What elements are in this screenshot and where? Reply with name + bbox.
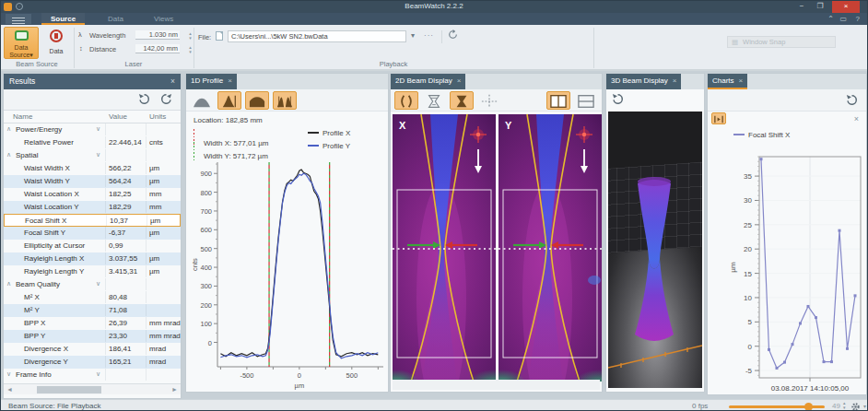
gaussian-profile-icon[interactable] — [190, 91, 214, 110]
collapse-ribbon-icon[interactable]: ⌃ — [827, 15, 834, 23]
distance-field[interactable]: 142,00 mm — [135, 44, 180, 53]
data-pause-button[interactable]: Data — [42, 27, 70, 59]
results-row[interactable]: Rayleigh Length Y3.415,31µm — [4, 265, 181, 278]
hamburger-menu-icon[interactable] — [6, 14, 31, 24]
results-row[interactable]: Divergence Y165,21mrad — [4, 356, 181, 369]
group-dropdown-icon[interactable]: ∨ — [96, 125, 100, 133]
tab-data[interactable]: Data — [99, 13, 133, 25]
tab-close-icon[interactable]: × — [739, 76, 744, 85]
results-group-row[interactable]: ∧∨Beam Quality — [4, 278, 181, 291]
row-units: µm — [149, 229, 159, 237]
results-row[interactable]: Waist Location X182,25mm — [4, 188, 181, 201]
scroll-left-icon[interactable]: ◄ — [6, 386, 13, 393]
twin-peak-profile-icon[interactable] — [273, 91, 297, 110]
stacked-layout-icon[interactable] — [574, 91, 598, 110]
scroll-right-icon[interactable]: ► — [171, 386, 178, 393]
close-button[interactable]: × — [832, 1, 860, 13]
group-dropdown-icon[interactable]: ∨ — [96, 151, 100, 159]
data-source-label: Data Source▾ — [5, 44, 38, 59]
beam-view-y[interactable]: Y — [499, 114, 602, 382]
results-group-row[interactable]: ∧∨Spatial — [4, 149, 181, 162]
hourglass-outline-icon[interactable] — [422, 91, 446, 110]
tab-close-icon[interactable]: × — [457, 76, 462, 85]
group-dropdown-icon[interactable]: ∨ — [96, 280, 100, 288]
row-value: 3.415,31 — [109, 267, 137, 276]
slider-handle[interactable] — [804, 403, 813, 411]
results-row[interactable]: Focal Shift X10,37µm — [4, 214, 181, 227]
results-row[interactable]: BPP X26,39mm mrad — [4, 317, 181, 330]
side-by-side-layout-icon[interactable] — [546, 91, 570, 110]
results-row[interactable]: Waist Width X566,22µm — [4, 162, 181, 175]
tab-close-icon[interactable]: × — [673, 76, 677, 85]
settings-caret-icon[interactable]: ▾ — [863, 403, 866, 409]
group-separator — [593, 28, 594, 68]
results-row[interactable]: Waist Width Y564,24µm — [4, 175, 181, 188]
restore-button[interactable]: ❐ — [812, 1, 828, 13]
tab-3d-beam-display[interactable]: 3D Beam Display× — [606, 74, 681, 89]
reset-chart-icon[interactable] — [845, 93, 859, 107]
peak-profile-icon[interactable] — [217, 91, 241, 110]
results-row[interactable]: M² Y71,08 — [4, 304, 181, 317]
row-units: mm mrad — [149, 332, 181, 340]
tab-1d-profile[interactable]: 1D Profile× — [186, 74, 237, 89]
distance-row: ↕ Distance 142,00 mm ▴▾ — [78, 43, 193, 55]
row-value: -6,37 — [109, 229, 125, 237]
gear-icon[interactable] — [850, 402, 861, 411]
expander-icon[interactable]: ∧ — [6, 125, 11, 133]
window-snap-box[interactable]: ▦Window Snap — [727, 36, 836, 48]
beam-view-x[interactable]: X — [393, 114, 496, 382]
tab-close-icon[interactable]: × — [228, 76, 232, 85]
tab-2d-beam-display[interactable]: 2D Beam Display× — [391, 74, 465, 89]
file-path-field[interactable]: C:\Users\ni...\5kW SN2.bwData — [228, 30, 406, 42]
data-source-button[interactable]: Data Source▾ — [4, 27, 39, 59]
statusbar: Beam Source: File Playback 0 fps 49 ▴▾ ▾ — [1, 399, 867, 411]
chart-close-icon[interactable]: × — [854, 114, 859, 123]
reload-file-icon[interactable] — [448, 29, 458, 40]
tab-source[interactable]: Source — [41, 13, 85, 25]
playback-slider[interactable] — [729, 405, 825, 408]
minimize-button[interactable]: − — [793, 1, 810, 13]
results-row[interactable]: BPP Y23,30mm mrad — [4, 330, 181, 343]
results-row[interactable]: Relative Power22.446,14cnts — [4, 136, 181, 149]
playback-group-label: Playback — [194, 60, 592, 70]
expander-icon[interactable]: ∨ — [6, 370, 11, 378]
results-group-row[interactable]: ∧∨Power/Energy — [4, 123, 181, 136]
results-row[interactable]: Rayleigh Length X3.037,55µm — [4, 252, 181, 265]
row-value: 564,24 — [109, 177, 131, 185]
results-group-row[interactable]: ∨∨Frame Info — [4, 369, 181, 382]
col-units[interactable]: Units — [149, 112, 166, 121]
frame-stepper[interactable]: ▴▾ — [843, 401, 846, 410]
undo-arrow-icon[interactable] — [137, 92, 151, 106]
dashed-crosshair-icon[interactable] — [477, 91, 501, 110]
col-value[interactable]: Value — [109, 112, 127, 121]
beam-3d-scene[interactable] — [608, 112, 702, 388]
results-row[interactable]: Focal Shift Y-6,37µm — [4, 227, 181, 240]
results-row[interactable]: Ellipticity at Cursor0,99 — [4, 240, 181, 252]
svg-text:µm: µm — [729, 262, 737, 273]
wavelength-field[interactable]: 1.030 nm — [135, 30, 180, 40]
browse-ellipsis-icon[interactable]: ··· — [424, 31, 434, 40]
expander-icon[interactable]: ∧ — [6, 280, 11, 288]
window-layout-icon[interactable]: ▭ — [839, 15, 847, 23]
results-row[interactable]: Divergence X186,41mrad — [4, 343, 181, 356]
help-icon[interactable]: ? — [856, 15, 860, 23]
results-hscrollbar[interactable]: ◄ ► — [4, 383, 181, 394]
expander-icon[interactable]: ∧ — [6, 151, 11, 159]
caustic-lines-icon[interactable] — [394, 91, 418, 110]
hourglass-solid-icon[interactable] — [450, 91, 474, 110]
reset-view-icon[interactable] — [611, 92, 625, 106]
results-row[interactable]: M² X80,48 — [4, 291, 181, 304]
tab-views[interactable]: Views — [145, 13, 182, 25]
scroll-thumb[interactable] — [37, 386, 101, 393]
col-name[interactable]: Name — [13, 112, 32, 121]
results-row[interactable]: Waist Location Y182,29mm — [4, 201, 181, 214]
file-dropdown-icon[interactable]: ▾ — [411, 31, 415, 40]
redo-arrow-icon[interactable] — [159, 92, 173, 106]
flattop-profile-icon[interactable] — [245, 91, 269, 110]
fit-width-icon[interactable] — [711, 112, 726, 124]
results-close-icon[interactable]: × — [170, 74, 175, 88]
row-value: 26,39 — [109, 319, 127, 327]
tab-charts[interactable]: Charts× — [708, 74, 747, 89]
charts-toolbar — [708, 89, 866, 112]
group-dropdown-icon[interactable]: ∨ — [96, 370, 100, 378]
